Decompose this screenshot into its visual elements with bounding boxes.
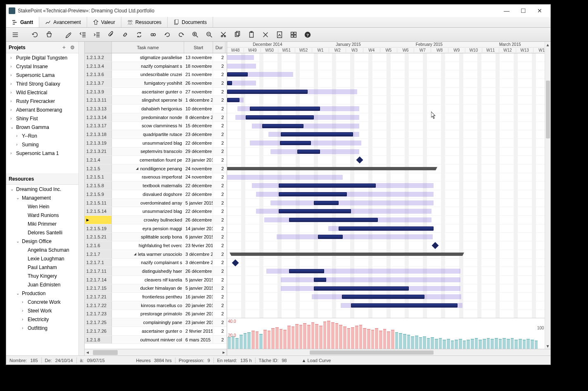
gantt-row[interactable] (227, 79, 550, 88)
tab-avancement[interactable]: Avancement (39, 17, 87, 27)
indent-button[interactable] (91, 29, 103, 41)
sync-button[interactable] (133, 29, 145, 41)
hscroll-thumb[interactable] (93, 350, 118, 355)
gantt-row[interactable] (227, 233, 550, 241)
attach-button[interactable] (105, 29, 117, 41)
gantt-row[interactable] (227, 53, 550, 62)
project-item[interactable]: ›Supersonic Lama (6, 71, 78, 79)
resource-item[interactable]: Wen Hein (6, 202, 78, 211)
tab-documents[interactable]: Documents (168, 17, 213, 27)
task-bar[interactable] (314, 278, 326, 282)
task-bar[interactable] (250, 107, 320, 111)
gantt-row[interactable] (227, 224, 550, 233)
maximize-button[interactable]: ☐ (515, 5, 531, 17)
zoom-out-button[interactable] (204, 29, 215, 41)
col-taskname[interactable]: Task name (112, 42, 184, 53)
resource-item[interactable]: Juan Edmisten (6, 280, 78, 289)
outdent-button[interactable] (77, 29, 89, 41)
gantt-row[interactable] (227, 173, 550, 182)
task-bar[interactable] (227, 72, 248, 76)
task-bar[interactable] (279, 192, 347, 196)
scroll-right-icon[interactable]: ► (221, 350, 227, 355)
task-bar[interactable] (280, 141, 311, 145)
add-project-button[interactable]: ＋ (60, 44, 68, 51)
resource-item[interactable]: Paul Lanham (6, 263, 78, 272)
task-bar[interactable] (262, 124, 303, 128)
project-item[interactable]: ›Purple Digital Tungsten (6, 53, 78, 62)
resource-item[interactable]: Miki Primmer (6, 219, 78, 228)
task-bar[interactable] (339, 226, 434, 231)
paste-button[interactable] (246, 29, 257, 41)
scroll-up-icon[interactable]: ▲ (545, 42, 551, 48)
task-row[interactable]: 1.2.1.7.14cleavers nlf karelia5 janvier … (85, 276, 227, 284)
task-bar[interactable] (279, 184, 376, 188)
summary-bar[interactable] (227, 167, 436, 170)
task-row[interactable]: 1.2.1.8outmount miniver col6 mars 20152 (85, 336, 227, 344)
task-row[interactable]: 1.2.1.3.13dahabieh herigonius10 décembre… (85, 105, 227, 113)
task-bar[interactable] (314, 286, 409, 291)
task-row[interactable]: 1.2.1.5.14unsummarized blag22 décembre 2… (85, 207, 227, 216)
task-row[interactable]: 1.2.1.3.17scow clamminess hi15 décembre … (85, 122, 227, 131)
task-row[interactable]: 1.2.1.3.7fumigatory yoshihit26 novembre … (85, 79, 227, 88)
view-button[interactable] (147, 29, 159, 41)
task-row[interactable]: 1.2.1.3.21septemvirs transcolo29 décembr… (85, 148, 227, 156)
project-item[interactable]: ›Supersonic Lama 1 (6, 149, 78, 157)
task-row[interactable]: 1.2.1.7.22kinross marcellus co20 janvier… (85, 301, 227, 310)
gantt-row[interactable] (227, 207, 550, 216)
resource-item[interactable]: ›Electricity (6, 315, 78, 324)
task-row[interactable]: 1.2.1.7.26ascertainer gunter o2 février … (85, 327, 227, 336)
tab-ressources[interactable]: Ressources (121, 17, 168, 27)
project-item[interactable]: ›Suming (6, 140, 78, 149)
gantt-row[interactable] (227, 88, 550, 96)
gantt-row[interactable] (227, 113, 550, 122)
scroll-left-icon[interactable]: ◄ (85, 350, 90, 355)
grid-button[interactable] (288, 29, 299, 41)
task-bar[interactable] (342, 295, 424, 299)
task-row[interactable]: 1.2.1.7.23prestorage primatolo26 janvier… (85, 310, 227, 319)
task-bar[interactable] (279, 209, 351, 213)
resource-item[interactable]: Lexie Loughman (6, 254, 78, 263)
sidebar-scrollbar[interactable] (78, 42, 84, 355)
gantt-row[interactable] (227, 250, 550, 259)
task-row[interactable]: 1.2.1.3.11slingshot sperone bi1 décembre… (85, 96, 227, 105)
copy-button[interactable] (232, 29, 243, 41)
task-bar[interactable] (227, 98, 239, 102)
paint-button[interactable] (63, 29, 75, 41)
task-row[interactable]: 1.2.1.5.21splittable scelp bona6 janvier… (85, 233, 227, 241)
task-row[interactable]: 1.2.1.3.2stigmatize parallelise13 novemb… (85, 53, 227, 62)
zoom-in-button[interactable] (190, 29, 201, 41)
task-bar[interactable] (318, 235, 343, 239)
gantt-body[interactable] (227, 53, 550, 318)
scroll-down-icon[interactable]: ▼ (545, 343, 551, 349)
task-row[interactable]: 1.2.1.5.11overdominated array5 janvier 2… (85, 199, 227, 207)
gantt-row[interactable] (227, 96, 550, 105)
refresh-button[interactable] (29, 29, 41, 41)
resource-item[interactable]: Thuy Kingery (6, 272, 78, 280)
gantt-row[interactable] (227, 122, 550, 131)
gantt-row[interactable] (227, 267, 550, 276)
project-item[interactable]: ›Aberrant Boomerang (6, 105, 78, 114)
help-button[interactable]: ? (302, 29, 313, 41)
col-wbs[interactable] (85, 42, 112, 53)
task-bar[interactable] (246, 115, 314, 119)
project-item[interactable]: ›Third Strong Galaxy (6, 79, 78, 88)
gantt-row[interactable] (227, 105, 550, 113)
task-row[interactable]: 1.2.1.7.11distinguishedly haer26 décembr… (85, 267, 227, 276)
gantt-hscroll[interactable] (227, 349, 550, 355)
task-row[interactable]: 1.2.1.4cementation fount pe23 janvier 20… (85, 156, 227, 165)
gantt-row[interactable] (227, 156, 550, 165)
gantt-row[interactable] (227, 181, 550, 190)
col-start[interactable]: Start (184, 42, 213, 53)
gantt-row[interactable] (227, 276, 550, 284)
gantt-row[interactable] (227, 301, 550, 310)
resource-item[interactable]: ›Steel Work (6, 306, 78, 315)
gantt-row[interactable] (227, 190, 550, 199)
task-row[interactable]: 1.2.1.5.1ravenous imperforat24 novembre … (85, 173, 227, 182)
tab-valeur[interactable]: Valeur (87, 17, 121, 27)
bucket-button[interactable] (43, 29, 55, 41)
projects-settings-button[interactable]: ⚙ (69, 44, 76, 51)
task-row[interactable]: 1.2.1.5.9disvalued dogshore22 décembre 2… (85, 190, 227, 199)
milestone-icon[interactable] (356, 157, 363, 164)
gantt-row[interactable] (227, 216, 550, 224)
gantt-row[interactable] (227, 293, 550, 301)
